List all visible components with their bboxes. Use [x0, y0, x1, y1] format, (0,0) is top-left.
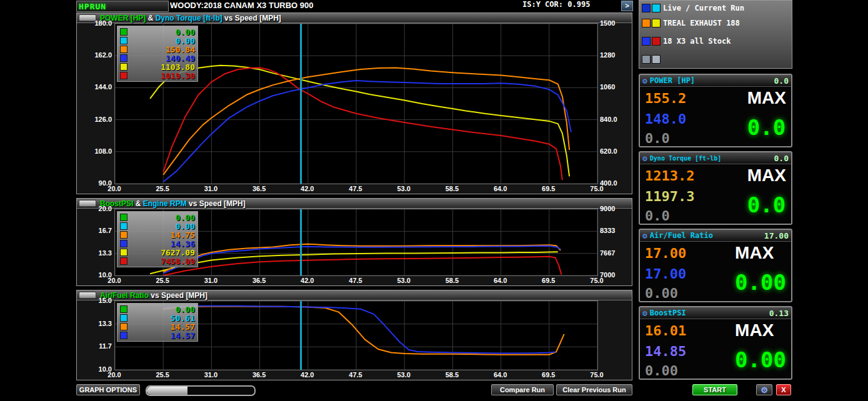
gauge-current-value: 0.0 — [747, 115, 786, 140]
x-tick-label: 20.0 — [102, 185, 127, 192]
close-button[interactable]: X — [776, 384, 791, 395]
gauge-power: ⚙ POWER [HP] 0.0 155.2 MAX 148.0 0.0 0.0 — [639, 74, 792, 147]
y-tick-label: 1500 — [600, 19, 615, 27]
legend-row: 14.75 — [120, 230, 195, 239]
legend-row: 1103.80 — [120, 62, 195, 71]
chart-panel-power-torque: POWER [HP] & Dyno Torque [ft-lb] vs Spee… — [76, 12, 632, 194]
legend-swatch — [120, 37, 127, 44]
gear-icon[interactable]: ⚙ — [642, 77, 647, 85]
legend-row: 0.00 — [120, 213, 195, 222]
run-color-swatch — [642, 37, 651, 46]
legend-value: 0.00 — [176, 305, 195, 314]
x-tick-label: 58.5 — [439, 371, 464, 379]
chart-cursor-legend: 0.000.0014.7514.367627.097458.09 — [117, 211, 198, 267]
x-tick-label: 36.5 — [247, 371, 272, 379]
x-tick-label: 42.0 — [295, 371, 320, 379]
y-tick-label: 20.0 — [77, 205, 112, 212]
legend-value: 150.84 — [166, 45, 195, 54]
legend-swatch — [120, 72, 127, 79]
legend-value: 14.75 — [171, 230, 195, 240]
legend-swatch — [120, 214, 127, 221]
gauge-header: ⚙ Dyno Torque [ft-lb] 0.0 — [640, 152, 791, 164]
gauge-live-value: 0.0 — [774, 154, 789, 163]
legend-value: 1019.30 — [161, 71, 195, 81]
y-axis-right-labels — [598, 300, 631, 370]
series-stock-afr — [163, 306, 555, 354]
run-legend-row-stock[interactable]: 18 X3 all Stock — [642, 36, 789, 46]
x-tick-label: 25.5 — [150, 277, 175, 284]
playback-progress[interactable] — [146, 385, 256, 396]
gauge-max-run2: 17.00 — [645, 266, 735, 282]
gear-icon[interactable]: ⚙ — [642, 154, 647, 162]
series-treal-afr — [163, 306, 564, 354]
expand-button[interactable]: > — [621, 1, 633, 11]
x-tick-label: 53.0 — [391, 371, 416, 379]
x-tick-label: 58.5 — [439, 277, 464, 284]
gauge-max-run1: 17.00 — [645, 245, 735, 261]
run-legend-row-empty[interactable] — [642, 54, 789, 64]
run-label: Live / Current Run — [663, 4, 744, 12]
legend-value: 7458.09 — [161, 257, 195, 266]
legend-row: 1019.30 — [120, 71, 195, 80]
gauge-current-value: 0.00 — [735, 347, 786, 372]
y-tick-label: 13.3 — [77, 320, 112, 327]
start-button[interactable]: START — [692, 384, 737, 395]
gauge-max-label: MAX — [735, 320, 786, 340]
y-axis-left-labels: 20.016.713.310.0 — [77, 209, 114, 276]
x-axis-labels: 20.025.531.036.542.047.553.058.564.069.5… — [77, 276, 632, 285]
chart-titlebar: Air/Fuel Ratio vs Speed [MPH] — [77, 290, 632, 300]
gauge-header: ⚙ POWER [HP] 0.0 — [640, 75, 791, 87]
gauge-max-run2: 1197.3 — [645, 189, 747, 204]
plot-area[interactable]: 0.000.00150.84140.491103.801019.30 — [114, 23, 598, 184]
chart-title-segment: & — [133, 199, 142, 208]
gauge-max-run1: 16.01 — [645, 323, 735, 339]
y-tick-label: 11.7 — [77, 342, 112, 350]
run-color-swatch — [642, 4, 651, 12]
run-legend-row-live[interactable]: Live / Current Run — [642, 2, 789, 13]
gauge-max-run2: 148.0 — [645, 111, 747, 127]
y-tick-label: 13.3 — [77, 249, 112, 257]
gauge-max-label: MAX — [747, 166, 786, 186]
clear-previous-run-button[interactable]: Clear Previous Run — [556, 384, 632, 395]
x-tick-label: 36.5 — [247, 277, 272, 284]
y-axis-right-labels: 9000833376677000 — [598, 209, 631, 276]
legend-swatch — [120, 314, 127, 322]
x-tick-label: 69.5 — [536, 371, 561, 379]
legend-value: 0.00 — [176, 36, 195, 46]
plot-area[interactable]: 0.000.0014.7514.367627.097458.09 — [114, 209, 598, 276]
y-tick-label: 180.0 — [77, 19, 112, 27]
legend-row: 14.57 — [120, 331, 195, 340]
chart-title: POWER [HP] & Dyno Torque [ft-lb] vs Spee… — [100, 14, 281, 22]
chart-title-segment: vs Speed [MPH] — [187, 199, 246, 208]
run-color-swatch — [642, 55, 651, 64]
legend-swatch — [120, 63, 127, 71]
legend-swatch — [120, 332, 127, 339]
gauge-live-value: 17.00 — [764, 231, 789, 240]
graph-options-button[interactable]: GRAPH OPTIONS — [76, 384, 140, 395]
x-tick-label: 69.5 — [536, 277, 561, 284]
chart-panel-boost-rpm: BoostPSI & Engine RPM vs Speed [MPH] 20.… — [76, 198, 632, 286]
chart-titlebar: BoostPSI & Engine RPM vs Speed [MPH] — [77, 199, 632, 209]
run-legend-panel: Live / Current Run TREAL EXHAUST 188 18 … — [639, 0, 792, 69]
run-legend-row-treal[interactable]: TREAL EXHAUST 188 — [642, 17, 789, 28]
plot-area[interactable]: 0.0050.6114.5714.57 — [114, 300, 598, 370]
x-tick-label: 42.0 — [295, 185, 320, 192]
x-axis-labels: 20.025.531.036.542.047.553.058.564.069.5… — [77, 370, 632, 380]
gauge-current-value: 0.00 — [735, 270, 786, 295]
y-tick-label: 16.7 — [77, 227, 112, 234]
legend-value: 14.57 — [171, 322, 195, 332]
y-tick-label: 162.0 — [77, 51, 112, 59]
chart-cursor-legend: 0.000.00150.84140.491103.801019.30 — [117, 26, 198, 82]
legend-swatch — [120, 222, 127, 230]
settings-gear-button[interactable]: ⚙ — [756, 384, 772, 395]
app-logo: HPRUN — [77, 2, 106, 11]
x-tick-label: 25.5 — [150, 371, 175, 379]
gauge-live-value: 0.13 — [769, 309, 789, 318]
gear-icon[interactable]: ⚙ — [642, 309, 647, 317]
gauge-body: 1213.2 MAX 1197.3 0.0 0.0 — [640, 164, 791, 224]
compare-run-button[interactable]: Compare Run — [491, 384, 554, 395]
gear-icon[interactable]: ⚙ — [642, 232, 647, 240]
gauge-live-value: 0.0 — [774, 76, 789, 86]
x-tick-label: 47.5 — [343, 185, 368, 192]
chart-title-segment: Dyno Torque [ft-lb] — [156, 14, 222, 22]
